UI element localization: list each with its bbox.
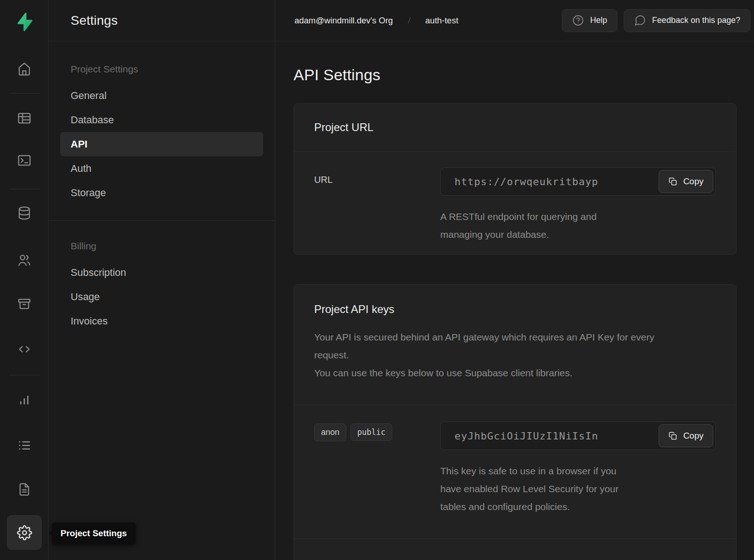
settings-nav-panel: Settings Project Settings General Databa… [49, 0, 275, 560]
anon-key-value: eyJhbGciOiJIUzI1NiIsIn [455, 430, 598, 442]
app-root: Project Settings Settings Project Settin… [0, 0, 754, 560]
project-url-card-title: Project URL [314, 121, 373, 133]
copy-icon [668, 431, 677, 440]
rail-divider [9, 189, 39, 189]
database-icon[interactable] [11, 200, 37, 226]
table-editor-icon[interactable] [11, 105, 37, 131]
supabase-bolt [14, 11, 35, 33]
storage-icon[interactable] [11, 291, 37, 317]
feedback-button[interactable]: Feedback on this page? [624, 9, 750, 32]
anon-badge: anon [314, 423, 346, 441]
nav-item-invoices[interactable]: Invoices [49, 309, 275, 333]
nav-billing-group: Billing Subscription Usage Invoices [49, 221, 275, 333]
settings-nav-body: Project Settings General Database API Au… [49, 41, 275, 333]
breadcrumb-org[interactable]: adam@windmill.dev's Org [294, 16, 393, 26]
rail-divider [9, 93, 39, 93]
anon-key-input[interactable]: eyJhbGciOiJIUzI1NiIsIn Copy [440, 422, 716, 450]
nav-item-auth[interactable]: Auth [49, 156, 275, 181]
api-docs-icon[interactable] [11, 477, 37, 502]
settings-gear-icon[interactable] [7, 515, 42, 550]
breadcrumb-separator: / [407, 16, 411, 25]
api-keys-card-title: Project API keys [314, 303, 394, 315]
project-url-card-body: URL https://orwqeukritbayp Copy [294, 152, 736, 254]
page-title: API Settings [294, 66, 737, 84]
main-content: API Settings Project URL URL https://orw… [275, 41, 754, 560]
project-url-card-header: Project URL [294, 104, 736, 152]
gear-tooltip: Project Settings [52, 522, 136, 544]
home-icon[interactable] [11, 56, 37, 82]
help-button-label: Help [590, 16, 607, 25]
nav-item-usage[interactable]: Usage [49, 285, 275, 309]
supabase-logo-icon[interactable] [11, 9, 37, 35]
nav-section-project-settings: Project Settings [49, 63, 275, 75]
project-url-value: https://orwqeukritbayp [455, 176, 598, 187]
api-keys-intro-line2: You can use the keys below to use Supaba… [314, 364, 683, 382]
nav-section-billing: Billing [49, 240, 275, 252]
nav-item-subscription[interactable]: Subscription [49, 260, 275, 285]
sql-editor-icon[interactable] [11, 148, 37, 173]
url-field-value-col: https://orwqeukritbayp Copy A RESTful en… [440, 167, 716, 243]
help-circle-icon [572, 14, 584, 27]
nav-item-database[interactable]: Database [49, 108, 275, 132]
copy-url-button[interactable]: Copy [659, 170, 713, 193]
nav-item-api[interactable]: API [60, 132, 263, 156]
anon-key-description: This key is safe to use in a browser if … [440, 462, 638, 516]
content-column: adam@windmill.dev's Org / auth-test Help [275, 0, 754, 560]
anon-key-row: anon public eyJhbGciOiJIUzI1NiIsIn C [294, 405, 736, 539]
auth-users-icon[interactable] [11, 247, 37, 273]
icon-sidebar: Project Settings [0, 0, 49, 560]
nav-item-general[interactable]: General [49, 83, 275, 108]
breadcrumb-project[interactable]: auth-test [425, 16, 458, 26]
url-field-label: URL [314, 167, 440, 243]
project-url-input[interactable]: https://orwqeukritbayp Copy [440, 167, 716, 196]
copy-anon-key-label: Copy [683, 431, 704, 441]
rail-divider [9, 375, 39, 375]
api-keys-intro-line1: Your API is secured behind an API gatewa… [314, 328, 683, 364]
settings-nav-title: Settings [71, 13, 118, 28]
public-badge: public [350, 423, 392, 441]
api-keys-card-header: Project API keys Your API is secured beh… [294, 285, 736, 405]
breadcrumb: adam@windmill.dev's Org / auth-test [294, 16, 458, 26]
chat-bubble-icon [634, 14, 646, 27]
reports-icon[interactable] [11, 387, 37, 412]
help-button[interactable]: Help [562, 9, 617, 32]
logs-icon[interactable] [11, 433, 37, 458]
topbar: adam@windmill.dev's Org / auth-test Help [275, 0, 754, 41]
edge-functions-icon[interactable] [11, 336, 37, 362]
settings-nav-header: Settings [49, 0, 275, 41]
api-keys-intro: Your API is secured behind an API gatewa… [314, 328, 683, 382]
copy-anon-key-button[interactable]: Copy [659, 424, 713, 447]
anon-key-value-col: eyJhbGciOiJIUzI1NiIsIn Copy This key is … [440, 422, 716, 516]
copy-url-label: Copy [683, 176, 704, 187]
topbar-actions: Help Feedback on this page? [562, 9, 750, 32]
project-url-description: A RESTful endpoint for querying and mana… [440, 208, 633, 243]
anon-key-badges: anon public [314, 422, 440, 516]
project-url-card: Project URL URL https://orwqeukritbayp [294, 103, 737, 255]
nav-item-storage[interactable]: Storage [49, 181, 275, 205]
feedback-button-label: Feedback on this page? [652, 16, 740, 25]
copy-icon [668, 177, 677, 186]
api-keys-card: Project API keys Your API is secured beh… [294, 284, 737, 560]
